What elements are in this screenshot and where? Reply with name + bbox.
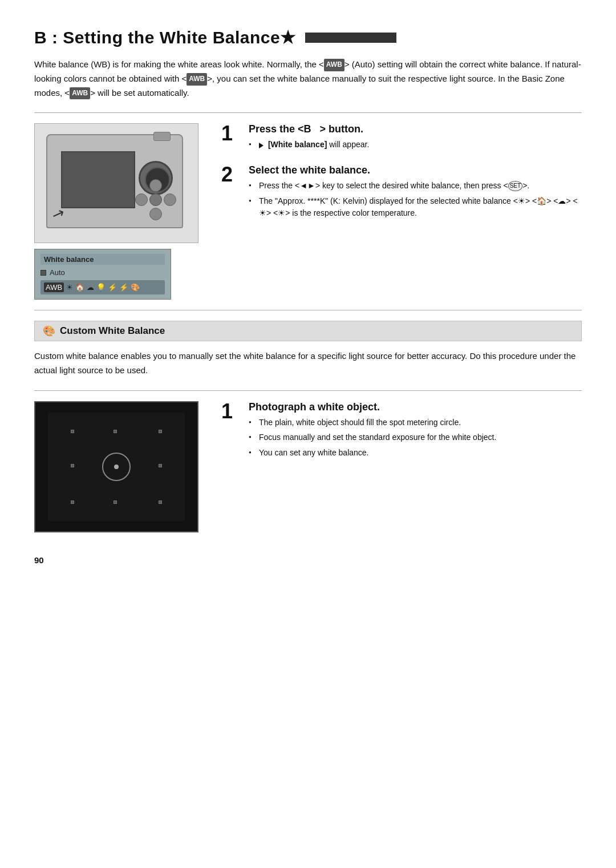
ctrl-btn-bottom bbox=[149, 208, 162, 220]
vf-grid-dot-6 bbox=[71, 500, 74, 504]
step-2-number: 2 bbox=[221, 164, 240, 185]
step-2-bullet-2: The "Approx. ****K" (K: Kelvin) displaye… bbox=[249, 195, 582, 220]
step-2-bullet-1: Press the <◄►> key to select the desired… bbox=[249, 180, 582, 192]
step-1-bullet-1: [White balance] will appear. bbox=[249, 139, 582, 151]
camera-screen bbox=[61, 151, 135, 208]
viewfinder-inner bbox=[48, 413, 185, 521]
vf-grid-dot-3 bbox=[159, 430, 162, 433]
vf-grid-dot-2 bbox=[114, 430, 117, 433]
cwb-title: Custom White Balance bbox=[60, 325, 165, 337]
vf-grid-dot-5 bbox=[159, 464, 162, 467]
intro-paragraph: White balance (WB) is for making the whi… bbox=[34, 58, 582, 100]
step-1-title: Press the <B > button. bbox=[249, 123, 582, 135]
wb-icons-row: AWB ☀ 🏠 ☁ 💡 ⚡ ⚡ 🎨 bbox=[40, 280, 165, 294]
photo-step-content: Photograph a white object. The plain, wh… bbox=[249, 401, 582, 462]
wb-icon-sun: ☀ bbox=[66, 283, 73, 292]
wb-auto-indicator bbox=[40, 270, 46, 276]
right-column: 1 Press the <B > button. [White balance]… bbox=[221, 123, 582, 300]
step-2: 2 Select the white balance. Press the <◄… bbox=[221, 164, 582, 223]
cwb-description: Custom white balance enables you to manu… bbox=[34, 349, 582, 378]
cwb-icon: 🎨 bbox=[43, 325, 55, 337]
vf-grid-dot-8 bbox=[159, 500, 162, 504]
divider-middle bbox=[34, 310, 582, 310]
vf-center-dot bbox=[114, 465, 119, 469]
main-two-col: ↗ White balance Auto AWB ☀ 🏠 ☁ 💡 ⚡ ⚡ 🎨 bbox=[34, 123, 582, 300]
viewfinder-illustration bbox=[34, 401, 198, 532]
arrow-pointer: ↗ bbox=[49, 203, 67, 224]
set-symbol: SET bbox=[508, 181, 522, 191]
awb-badge-1: AWB bbox=[324, 59, 345, 71]
photo-left-col bbox=[34, 401, 205, 532]
photo-step-bullets: The plain, white object should fill the … bbox=[249, 417, 582, 459]
wb-auto-label: Auto bbox=[50, 268, 65, 277]
ctrl-btn-right bbox=[164, 193, 176, 206]
ctrl-row bbox=[135, 193, 176, 206]
photo-step-1: 1 Photograph a white object. The plain, … bbox=[221, 401, 582, 462]
step-1: 1 Press the <B > button. [White balance]… bbox=[221, 123, 582, 154]
divider-photo bbox=[34, 390, 582, 391]
step-2-title: Select the white balance. bbox=[249, 164, 582, 176]
page-title-section: B : Setting the White Balance★ bbox=[34, 27, 582, 47]
photo-step-number: 1 bbox=[221, 401, 240, 422]
photo-right-col: 1 Photograph a white object. The plain, … bbox=[221, 401, 582, 532]
page-title: B : Setting the White Balance★ bbox=[34, 27, 296, 47]
photo-bullet-3: You can set any white balance. bbox=[249, 447, 582, 459]
camera-illustration: ↗ bbox=[34, 123, 198, 243]
vf-center-circle bbox=[102, 453, 131, 481]
step-1-content: Press the <B > button. [White balance] w… bbox=[249, 123, 582, 154]
wb-menu-panel: White balance Auto AWB ☀ 🏠 ☁ 💡 ⚡ ⚡ 🎨 bbox=[34, 249, 171, 300]
camera-controls bbox=[135, 179, 176, 220]
triangle-icon bbox=[259, 143, 264, 148]
wb-icon-cloud: ☁ bbox=[87, 283, 94, 292]
vf-grid-dot-1 bbox=[71, 430, 74, 433]
wb-icon-awb: AWB bbox=[44, 282, 64, 292]
title-decoration-bar bbox=[305, 33, 396, 43]
vf-grid-dot-4 bbox=[71, 464, 74, 467]
wb-icon-flash: ⚡ bbox=[119, 283, 128, 292]
ctrl-btn-top bbox=[149, 179, 162, 192]
photo-bullet-2: Focus manually and set the standard expo… bbox=[249, 431, 582, 444]
wb-icon-tungsten: 💡 bbox=[96, 283, 106, 292]
vf-grid-dot-7 bbox=[114, 500, 117, 504]
page-number: 90 bbox=[34, 555, 582, 565]
photo-section: 1 Photograph a white object. The plain, … bbox=[34, 401, 582, 532]
step-2-bullets: Press the <◄►> key to select the desired… bbox=[249, 180, 582, 220]
awb-badge-3: AWB bbox=[70, 87, 90, 100]
wb-icon-custom: 🎨 bbox=[131, 283, 140, 292]
camera-wheel bbox=[153, 132, 171, 141]
wb-auto-row: Auto bbox=[40, 268, 165, 277]
photo-step-title: Photograph a white object. bbox=[249, 401, 582, 413]
step-1-number: 1 bbox=[221, 123, 240, 144]
awb-badge-2: AWB bbox=[187, 73, 207, 86]
step-1-bullets: [White balance] will appear. bbox=[249, 139, 582, 151]
divider-top bbox=[34, 112, 582, 113]
wb-menu-title: White balance bbox=[40, 254, 165, 265]
wb-icon-shade: 🏠 bbox=[75, 283, 84, 292]
ctrl-btn-center bbox=[149, 193, 162, 206]
ctrl-btn-left bbox=[135, 193, 148, 206]
wb-icon-fluorescent: ⚡ bbox=[108, 283, 117, 292]
left-column: ↗ White balance Auto AWB ☀ 🏠 ☁ 💡 ⚡ ⚡ 🎨 bbox=[34, 123, 205, 300]
step-2-content: Select the white balance. Press the <◄►>… bbox=[249, 164, 582, 223]
white-balance-label: [White balance] bbox=[268, 140, 327, 149]
cwb-header: 🎨 Custom White Balance bbox=[34, 321, 582, 341]
camera-body: ↗ bbox=[46, 134, 183, 228]
photo-bullet-1: The plain, white object should fill the … bbox=[249, 417, 582, 429]
